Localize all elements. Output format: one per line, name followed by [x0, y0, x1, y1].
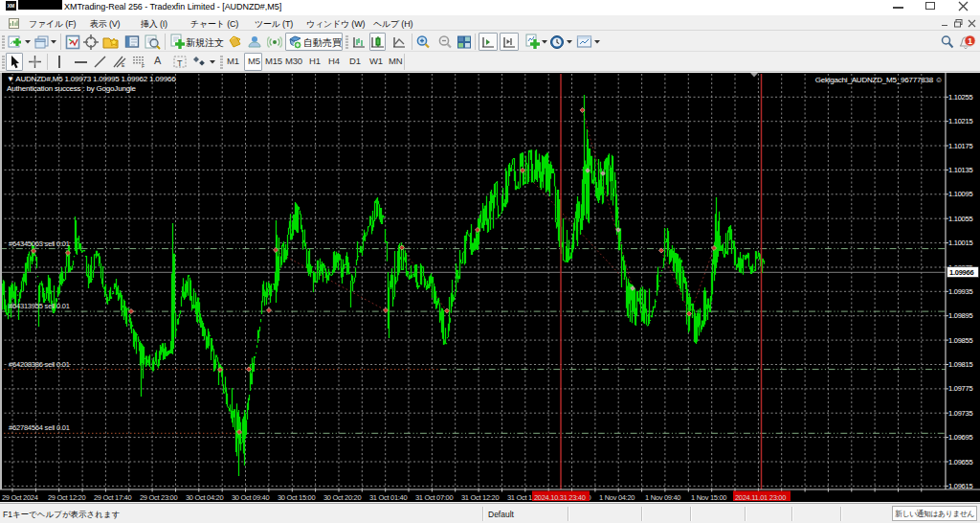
svg-text:29 Oct 17:40: 29 Oct 17:40 [94, 493, 131, 502]
svg-text:1 Nov 15:00: 1 Nov 15:00 [691, 493, 726, 502]
svg-text:1.09695: 1.09695 [948, 433, 972, 442]
svg-text:1.09935: 1.09935 [948, 287, 972, 296]
svg-text:1.09615: 1.09615 [948, 482, 972, 490]
svg-text:E: E [122, 62, 125, 68]
svg-text:30 Oct 09:40: 30 Oct 09:40 [232, 493, 269, 502]
svg-text:1.10055: 1.10055 [948, 215, 972, 223]
svg-text:#64208386 sell 0.01: #64208386 sell 0.01 [9, 360, 70, 369]
svg-text:1 Nov 09:40: 1 Nov 09:40 [645, 493, 680, 502]
svg-text:1.10015: 1.10015 [948, 239, 972, 247]
svg-text:1.10175: 1.10175 [948, 142, 972, 150]
svg-text:T: T [177, 58, 183, 68]
svg-text:1.09735: 1.09735 [948, 409, 972, 418]
svg-text:29 Oct 23:00: 29 Oct 23:00 [140, 493, 177, 502]
svg-text:1.09966: 1.09966 [949, 268, 973, 277]
svg-text:Gekigachi_AUDNZD_M5_96777838 ☺: Gekigachi_AUDNZD_M5_96777838 ☺ [815, 76, 943, 84]
svg-text:31 Oct 01:40: 31 Oct 01:40 [369, 493, 407, 502]
svg-text:1.09655: 1.09655 [948, 458, 972, 466]
svg-text:1.10135: 1.10135 [948, 166, 972, 174]
svg-text:1.10215: 1.10215 [948, 117, 972, 125]
svg-text:1.09895: 1.09895 [948, 311, 972, 320]
svg-text:30 Oct 20:20: 30 Oct 20:20 [323, 493, 361, 502]
svg-text:1: 1 [968, 36, 972, 46]
svg-text:29 Oct 12:20: 29 Oct 12:20 [48, 493, 85, 502]
svg-text:▼ AUDNZD#,M5 1.09973 1.09995: ▼ AUDNZD#,M5 1.09973 1.09995 1.09962 1.0… [7, 75, 176, 83]
svg-text:1.09815: 1.09815 [948, 360, 972, 369]
svg-text:#64345063 sell 0.01: #64345063 sell 0.01 [9, 239, 70, 248]
svg-text:2024.11.01 23:00: 2024.11.01 23:00 [735, 493, 786, 502]
svg-text:F: F [142, 63, 145, 68]
svg-text:2024.10.31 23:40: 2024.10.31 23:40 [534, 493, 586, 502]
svg-text:1.10095: 1.10095 [948, 190, 972, 198]
svg-text:31 Oct 07:00: 31 Oct 07:00 [415, 493, 453, 502]
svg-text:Authentication success : by Go: Authentication success : by GogoJungle [7, 84, 136, 93]
svg-text:1.09775: 1.09775 [948, 384, 972, 393]
svg-text:30 Oct 04:20: 30 Oct 04:20 [186, 493, 223, 502]
svg-text:30 Oct 15:00: 30 Oct 15:00 [278, 493, 315, 502]
svg-text:29 Oct 2024: 29 Oct 2024 [2, 493, 38, 502]
svg-text:#64313955 sell 0.01: #64313955 sell 0.01 [9, 302, 70, 310]
svg-text:1 Nov 04:20: 1 Nov 04:20 [599, 493, 635, 502]
svg-text:31 Oct 12:20: 31 Oct 12:20 [461, 493, 499, 502]
svg-text:1.09855: 1.09855 [948, 336, 972, 345]
svg-text:#62784564 sell 0.01: #62784564 sell 0.01 [9, 423, 70, 432]
svg-text:1.10255: 1.10255 [948, 93, 972, 102]
